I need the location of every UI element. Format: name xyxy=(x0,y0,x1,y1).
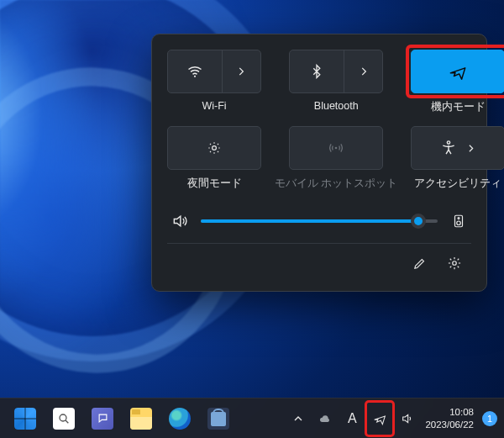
nightlight-icon xyxy=(207,140,222,156)
search-icon xyxy=(53,408,75,430)
chat-button[interactable] xyxy=(86,402,119,435)
cloud-icon xyxy=(318,412,332,425)
svg-point-0 xyxy=(194,76,196,77)
chevron-right-icon xyxy=(235,66,247,77)
wifi-label: Wi-Fi xyxy=(202,100,226,112)
file-explorer-button[interactable] xyxy=(124,402,158,435)
hotspot-tile xyxy=(289,126,383,170)
volume-icon xyxy=(171,213,188,230)
gear-icon xyxy=(447,256,462,271)
pencil-icon xyxy=(412,256,427,271)
svg-point-6 xyxy=(458,218,459,219)
volume-icon xyxy=(401,412,414,425)
store-button[interactable] xyxy=(202,402,235,435)
svg-point-7 xyxy=(453,261,457,266)
edge-icon xyxy=(169,408,191,430)
accessibility-label: アクセシビリティ xyxy=(414,177,501,191)
bluetooth-toggle[interactable] xyxy=(290,50,344,92)
tile-wrap-bluetooth: Bluetooth xyxy=(275,50,397,114)
volume-slider[interactable] xyxy=(201,213,438,230)
svg-point-3 xyxy=(447,141,449,144)
audio-output-icon xyxy=(451,214,466,229)
open-settings-button[interactable] xyxy=(439,249,470,277)
accessibility-icon xyxy=(440,140,457,156)
taskbar: A 10:08 2023/06/22 1 xyxy=(0,398,504,438)
airplane-highlight xyxy=(406,45,504,98)
chevron-up-icon xyxy=(291,412,305,425)
taskbar-tray: A 10:08 2023/06/22 1 xyxy=(286,402,497,435)
hotspot-label: モバイル ホットスポット xyxy=(275,177,397,191)
folder-icon xyxy=(130,408,152,430)
volume-row xyxy=(171,213,468,230)
tile-wrap-accessibility: アクセシビリティ xyxy=(411,126,504,191)
chat-icon xyxy=(92,408,113,430)
tray-onedrive[interactable] xyxy=(312,402,338,435)
slider-fill xyxy=(201,219,418,223)
volume-icon-button[interactable] xyxy=(171,213,189,230)
edge-button[interactable] xyxy=(163,402,197,435)
windows-logo-icon xyxy=(14,408,36,430)
ime-indicator[interactable]: A xyxy=(339,402,365,435)
wifi-tile[interactable] xyxy=(167,50,261,93)
tray-volume[interactable] xyxy=(395,402,420,435)
svg-point-1 xyxy=(213,146,217,150)
nightlight-tile[interactable] xyxy=(167,126,261,170)
taskbar-pinned-apps xyxy=(8,402,235,435)
edit-quick-settings-button[interactable] xyxy=(404,249,434,277)
wifi-expand[interactable] xyxy=(222,50,260,92)
bluetooth-expand[interactable] xyxy=(344,50,382,92)
start-button[interactable] xyxy=(8,402,42,435)
quick-settings-grid: Wi-Fi Bluetooth 機内モード xyxy=(167,50,471,191)
hotspot-icon xyxy=(328,140,344,156)
chevron-right-icon xyxy=(465,143,476,154)
airplane-icon xyxy=(449,62,467,81)
chevron-right-icon xyxy=(358,66,370,77)
search-button[interactable] xyxy=(47,402,81,435)
tile-wrap-nightlight: 夜間モード xyxy=(167,126,261,191)
airplane-mode-tile[interactable] xyxy=(411,50,504,93)
audio-output-button[interactable] xyxy=(449,214,468,229)
store-icon xyxy=(207,408,229,430)
tile-wrap-airplane: 機内モード xyxy=(411,50,504,114)
svg-point-8 xyxy=(60,414,66,421)
nightlight-label: 夜間モード xyxy=(187,177,242,191)
clock-time: 10:08 xyxy=(425,406,474,419)
svg-point-2 xyxy=(335,147,338,150)
accessibility-tile[interactable] xyxy=(411,126,504,170)
tile-wrap-hotspot: モバイル ホットスポット xyxy=(275,126,397,191)
tray-overflow-button[interactable] xyxy=(286,402,311,435)
wifi-icon xyxy=(186,63,203,80)
bluetooth-tile[interactable] xyxy=(289,50,383,93)
quick-settings-footer xyxy=(167,243,471,286)
slider-thumb[interactable] xyxy=(411,214,426,229)
airplane-label: 機内モード xyxy=(431,100,486,114)
airplane-icon xyxy=(373,412,386,425)
clock-date: 2023/06/22 xyxy=(425,419,474,431)
taskbar-clock[interactable]: 10:08 2023/06/22 xyxy=(422,406,479,431)
wifi-toggle[interactable] xyxy=(168,50,222,92)
notification-badge[interactable]: 1 xyxy=(482,411,497,426)
bluetooth-icon xyxy=(309,64,324,79)
svg-point-5 xyxy=(457,221,461,225)
tile-wrap-wifi: Wi-Fi xyxy=(167,50,261,114)
quick-settings-panel: Wi-Fi Bluetooth 機内モード xyxy=(151,34,487,292)
bluetooth-label: Bluetooth xyxy=(314,100,359,112)
tray-airplane-mode[interactable] xyxy=(366,402,393,435)
